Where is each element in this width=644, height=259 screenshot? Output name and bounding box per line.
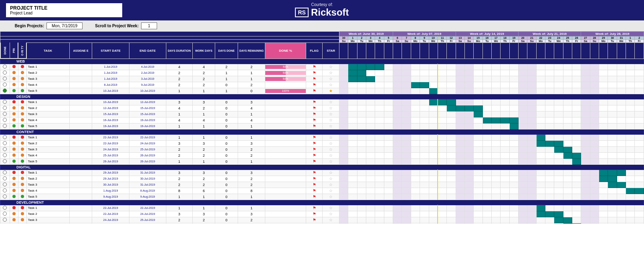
flag-icon[interactable]: ⚑ — [313, 118, 316, 122]
table-row: Task 425-Jul-201926-Jul-20192202⚑☆ — [0, 223, 644, 224]
begin-projects-label: Begin Projects: — [8, 24, 44, 28]
table-row: Task 519-Jul-201919-Jul-20191101⚑☆ — [0, 123, 644, 129]
logo-container: RS Ricksoft — [295, 7, 349, 18]
table-row: Task 222-Jul-201924-Jul-20193303⚑☆ — [0, 140, 644, 146]
star-icon[interactable]: ☆ — [329, 182, 333, 187]
star-icon[interactable]: ☆ — [329, 65, 333, 69]
col-workdays: WORK DAYS — [192, 42, 215, 59]
col-daysrem: DAYS REMAINING — [238, 42, 265, 59]
flag-icon[interactable]: ⚑ — [313, 106, 316, 110]
star-icon[interactable]: ☆ — [329, 106, 333, 110]
project-title: PROJECT TITLE — [10, 5, 118, 11]
table-row: Task 122-Jul-201922-Jul-20191101⚑☆ — [0, 205, 644, 211]
star-icon[interactable]: ☆ — [329, 170, 333, 175]
table-row: Task 48-Jul-20199-Jul-20192202⚑☆ — [0, 82, 644, 88]
star-icon[interactable]: ☆ — [329, 159, 333, 164]
flag-icon[interactable]: ⚑ — [313, 112, 316, 116]
flag-icon[interactable]: ⚑ — [313, 71, 316, 75]
flag-icon[interactable]: ⚑ — [313, 206, 316, 210]
star-icon[interactable]: ☆ — [329, 176, 333, 181]
gantt-table: Week of: June 30, 2019Week of: July 07, … — [0, 31, 644, 224]
col-donepct: DONE % — [265, 42, 306, 59]
table-row: Task 324-Jul-201925-Jul-20192202⚑☆ — [0, 217, 644, 223]
table-row: Task 59-Aug-20199-Aug-20191101⚑☆ — [0, 194, 644, 200]
flag-icon[interactable]: ⚑ — [313, 194, 316, 199]
star-icon[interactable]: ☆ — [329, 141, 333, 146]
table-row: Task 129-Jul-201931-Jul-20193303⚑☆ — [0, 170, 644, 176]
flag-icon[interactable]: ⚑ — [313, 65, 316, 69]
group-row: DIGITAL — [0, 164, 644, 170]
app-container: PROJECT TITLE Project Lead Courtesy of: … — [0, 0, 644, 224]
table-row: Task 324-Jul-201925-Jul-20192202⚑☆ — [0, 146, 644, 152]
star-icon[interactable]: ☆ — [329, 71, 333, 75]
star-icon[interactable]: ☆ — [329, 135, 333, 140]
star-icon[interactable]: ☆ — [329, 206, 333, 210]
col-assignee: ASSIGNE E — [69, 42, 92, 59]
group-row: DESIGN — [0, 94, 644, 99]
flag-icon[interactable]: ⚑ — [313, 176, 316, 181]
table-row: Task 229-Jul-201930-Jul-20192202⚑☆ — [0, 176, 644, 182]
flag-icon[interactable]: ⚑ — [313, 153, 316, 158]
logo-icon-box: RS — [295, 8, 308, 17]
table-row: Task 11-Jul-20194-Jul-20194422 50% ⚑☆ — [0, 64, 644, 70]
table-row: Task 31-Jul-20193-Jul-20192211 50% ⚑☆ — [0, 76, 644, 82]
flag-icon[interactable]: ⚑ — [313, 147, 316, 152]
gantt-wrapper: Week of: June 30, 2019Week of: July 07, … — [0, 31, 644, 224]
col-flag: FLAG — [306, 42, 323, 59]
flag-icon[interactable]: ⚑ — [313, 89, 316, 93]
table-row: Task 330-Jul-201931-Jul-20192202⚑☆ — [0, 182, 644, 188]
app-header: PROJECT TITLE Project Lead Courtesy of: … — [0, 0, 644, 20]
project-info-box: PROJECT TITLE Project Lead — [6, 3, 122, 17]
flag-icon[interactable]: ⚑ — [313, 124, 316, 128]
scroll-label: Scroll to Project Week: — [91, 24, 139, 28]
flag-icon[interactable]: ⚑ — [313, 141, 316, 146]
star-icon[interactable]: ☆ — [329, 118, 333, 122]
begin-projects-value[interactable]: Mon, 7/1/2019 — [46, 22, 83, 29]
begin-projects-row: Begin Projects: Mon, 7/1/2019 — [8, 22, 83, 29]
star-icon[interactable]: ☆ — [329, 153, 333, 158]
courtesy-label: Courtesy of: — [295, 2, 349, 7]
flag-icon[interactable]: ⚑ — [313, 100, 316, 104]
project-lead: Project Lead — [10, 11, 118, 15]
flag-icon[interactable]: ⚑ — [313, 135, 316, 140]
star-icon[interactable]: ☆ — [329, 147, 333, 152]
table-row: Task 425-Jul-201926-Jul-20192202⚑☆ — [0, 152, 644, 158]
flag-icon[interactable]: ⚑ — [313, 212, 316, 216]
flag-icon[interactable]: ⚑ — [313, 159, 316, 164]
flag-icon[interactable]: ⚑ — [313, 77, 316, 81]
col-task: TASK — [26, 42, 69, 59]
star-icon[interactable]: ☆ — [329, 194, 333, 199]
star-icon[interactable]: ☆ — [329, 83, 333, 87]
scroll-value[interactable]: 1 — [141, 22, 157, 29]
star-icon[interactable]: ☆ — [329, 188, 333, 193]
flag-icon[interactable]: ⚑ — [313, 170, 316, 175]
courtesy-section: Courtesy of: RS Ricksoft — [295, 2, 349, 18]
flag-icon[interactable]: ⚑ — [313, 182, 316, 187]
flag-icon[interactable]: ⚑ — [313, 188, 316, 193]
table-row: Task 526-Jul-201926-Jul-20191101⚑☆ — [0, 158, 644, 164]
group-row: DEVELOPMENT — [0, 200, 644, 205]
table-row: Task 41-Aug-20198-Aug-20198608⚑☆ — [0, 188, 644, 194]
star-icon[interactable]: ☆ — [329, 112, 333, 116]
col-done: DONE — [0, 42, 10, 59]
col-prio: PRI — [10, 42, 18, 59]
table-row: Task 110-Jul-201912-Jul-20193303⚑☆ — [0, 99, 644, 105]
col-end: END DATE — [129, 42, 166, 59]
col-daysdone: DAYS DONE — [215, 42, 238, 59]
table-row: Task 315-Jul-201915-Jul-20191101⚑☆ — [0, 111, 644, 117]
table-row: Task 212-Jul-201915-Jul-20194204⚑☆ — [0, 105, 644, 111]
star-icon[interactable]: ☆ — [329, 212, 333, 216]
star-icon[interactable]: ☆ — [329, 100, 333, 104]
star-icon[interactable]: ☆ — [329, 218, 333, 222]
star-icon[interactable]: ☆ — [329, 124, 333, 128]
scroll-row: Scroll to Project Week: 1 — [91, 22, 157, 29]
star-icon[interactable]: ☆ — [329, 77, 333, 81]
flag-icon[interactable]: ⚑ — [313, 218, 316, 222]
col-start: START DATE — [92, 42, 129, 59]
group-row: CONTENT — [0, 129, 644, 134]
col-star: STAR — [323, 42, 339, 59]
star-icon[interactable]: ★ — [329, 89, 333, 93]
flag-icon[interactable]: ⚑ — [313, 83, 316, 87]
table-row: Task 222-Jul-201924-Jul-20193303⚑☆ — [0, 211, 644, 217]
params-bar: Begin Projects: Mon, 7/1/2019 Scroll to … — [0, 20, 644, 31]
